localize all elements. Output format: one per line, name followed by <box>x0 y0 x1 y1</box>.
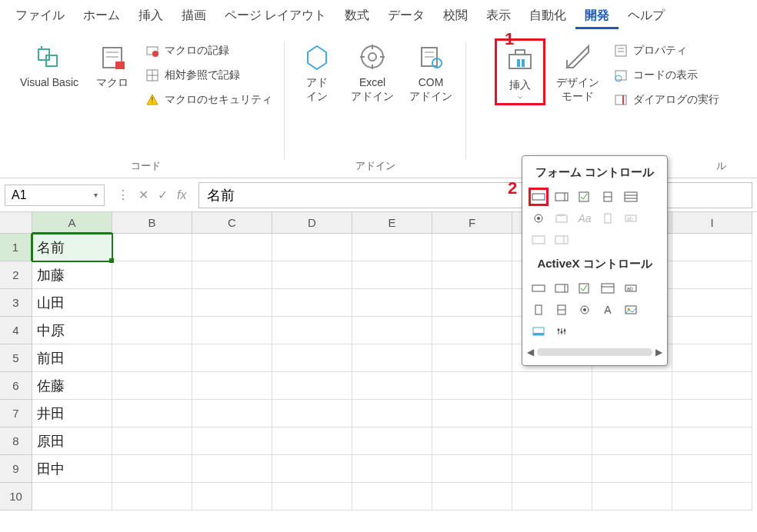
design-mode-button[interactable]: デザイン モード <box>552 38 604 106</box>
row-header-5[interactable]: 5 <box>0 344 32 372</box>
cell[interactable] <box>432 317 512 344</box>
cell[interactable] <box>32 483 112 510</box>
cell[interactable]: 原田 <box>32 427 112 455</box>
cell[interactable] <box>352 372 432 400</box>
cell[interactable] <box>432 455 512 483</box>
cell[interactable]: 加藤 <box>32 261 112 289</box>
cell[interactable] <box>112 261 192 289</box>
row-header-2[interactable]: 2 <box>0 261 32 289</box>
cell[interactable] <box>112 455 192 483</box>
cell[interactable] <box>272 317 352 344</box>
menu-描画[interactable]: 描画 <box>172 5 215 29</box>
menu-校閲[interactable]: 校閲 <box>434 5 477 29</box>
cell[interactable]: 前田 <box>32 344 112 372</box>
cell[interactable] <box>352 400 432 427</box>
cell[interactable] <box>112 400 192 427</box>
name-box[interactable]: A1 ▾ <box>5 185 105 206</box>
scrollbar-control-icon[interactable] <box>598 209 618 228</box>
com-addins-button[interactable]: COM アドイン <box>405 38 457 106</box>
cancel-icon[interactable]: ✕ <box>135 188 152 202</box>
menu-dots-icon[interactable]: ⋮ <box>114 188 132 202</box>
cell[interactable] <box>112 344 192 372</box>
menu-自動化[interactable]: 自動化 <box>520 5 575 29</box>
menu-ヘルプ[interactable]: ヘルプ <box>619 5 674 29</box>
excel-addins-button[interactable]: Excel アドイン <box>346 38 399 106</box>
combo-control-icon[interactable] <box>529 231 549 249</box>
cell[interactable] <box>112 317 192 344</box>
menu-ホーム[interactable]: ホーム <box>74 5 129 29</box>
ax-checkbox-icon[interactable] <box>575 279 595 298</box>
cell[interactable] <box>112 483 192 510</box>
cell[interactable] <box>672 483 752 510</box>
cell[interactable] <box>672 427 752 455</box>
ax-button-icon[interactable] <box>529 279 549 298</box>
cell[interactable] <box>112 427 192 455</box>
cell[interactable] <box>192 455 272 483</box>
checkbox-control-icon[interactable] <box>575 188 595 206</box>
cell[interactable] <box>112 289 192 317</box>
enter-icon[interactable]: ✓ <box>155 188 171 202</box>
cell[interactable] <box>352 483 432 510</box>
cell[interactable] <box>672 400 752 427</box>
button-control-icon[interactable] <box>529 188 549 206</box>
cell[interactable] <box>672 289 752 317</box>
col-header-F[interactable]: F <box>432 212 512 234</box>
ax-listbox-icon[interactable] <box>598 279 618 298</box>
cell[interactable] <box>512 483 592 510</box>
cell[interactable] <box>192 289 272 317</box>
menu-ファイル[interactable]: ファイル <box>6 5 74 29</box>
properties-button[interactable]: プロパティ <box>610 42 722 60</box>
cell[interactable] <box>592 455 672 483</box>
ax-image-icon[interactable] <box>621 301 641 319</box>
cell[interactable]: 名前 <box>32 234 112 261</box>
cell[interactable] <box>672 234 752 261</box>
select-all-corner[interactable] <box>0 212 32 234</box>
addins-button[interactable]: アド イン <box>294 38 340 106</box>
col-header-A[interactable]: A <box>32 212 112 234</box>
cell[interactable] <box>432 427 512 455</box>
cell[interactable] <box>272 400 352 427</box>
row-header-8[interactable]: 8 <box>0 427 32 455</box>
ax-scrollbar-icon[interactable] <box>529 301 549 319</box>
cell[interactable] <box>272 261 352 289</box>
cell[interactable] <box>192 317 272 344</box>
col-header-B[interactable]: B <box>112 212 192 234</box>
cell[interactable] <box>592 400 672 427</box>
ax-textbox-icon[interactable]: ab <box>621 279 641 298</box>
view-code-button[interactable]: コードの表示 <box>610 66 722 85</box>
cell[interactable] <box>352 289 432 317</box>
cell[interactable] <box>672 372 752 400</box>
menu-開発[interactable]: 開発 <box>575 5 619 29</box>
cell[interactable] <box>512 372 592 400</box>
combobox-control-icon[interactable] <box>552 188 572 206</box>
cell[interactable] <box>432 344 512 372</box>
spinner-control-icon[interactable] <box>598 188 618 206</box>
relative-ref-button[interactable]: 相対参照で記録 <box>142 66 275 85</box>
cell[interactable] <box>352 261 432 289</box>
record-macro-button[interactable]: マクロの記録 <box>142 42 275 60</box>
cell[interactable] <box>432 400 512 427</box>
macro-button[interactable]: マクロ <box>89 38 135 92</box>
menu-データ[interactable]: データ <box>378 5 434 29</box>
cell[interactable] <box>272 455 352 483</box>
ax-option-icon[interactable] <box>575 301 595 319</box>
cell[interactable] <box>192 372 272 400</box>
cell[interactable] <box>672 261 752 289</box>
cell[interactable] <box>112 234 192 261</box>
textfield-control-icon[interactable]: ab <box>621 209 641 228</box>
cell[interactable] <box>352 427 432 455</box>
cell[interactable] <box>352 455 432 483</box>
cell[interactable] <box>512 400 592 427</box>
row-header-6[interactable]: 6 <box>0 372 32 400</box>
cell[interactable] <box>192 400 272 427</box>
cell[interactable] <box>272 344 352 372</box>
cell[interactable] <box>192 344 272 372</box>
cell[interactable]: 山田 <box>32 289 112 317</box>
cell[interactable] <box>352 344 432 372</box>
row-header-1[interactable]: 1 <box>0 234 32 261</box>
cell[interactable]: 佐藤 <box>32 372 112 400</box>
cell[interactable] <box>272 372 352 400</box>
menu-数式[interactable]: 数式 <box>335 5 378 29</box>
run-dialog-button[interactable]: ダイアログの実行 <box>610 91 722 109</box>
insert-controls-button[interactable]: 挿入 ⌵ <box>495 38 545 105</box>
